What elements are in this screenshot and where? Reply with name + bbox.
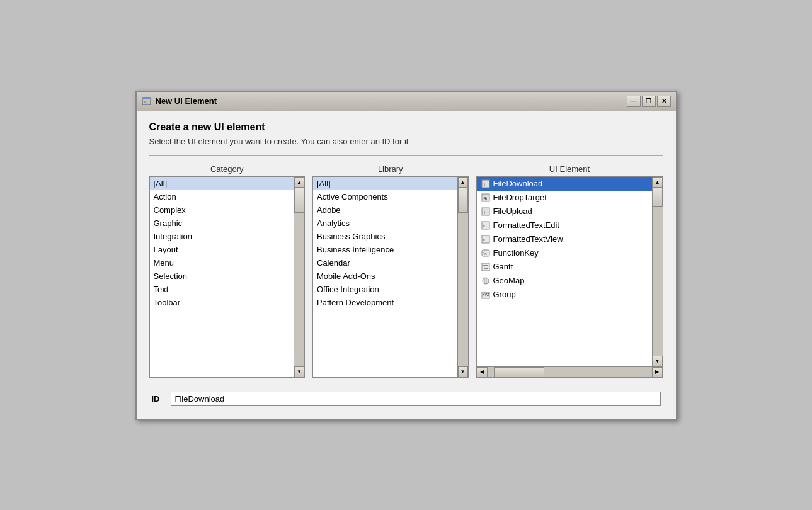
dialog-window: New UI Element — ❐ ✕ Create a new UI ele… [135,91,677,420]
ui-element-listbox-wrapper: ↓FileDownload⊕FileDropTarget↑FileUpload≡… [476,176,663,378]
list-item[interactable]: FnFunctionKey [477,246,652,260]
library-listbox[interactable]: [All]Active ComponentsAdobeAnalyticsBusi… [313,177,457,377]
list-item[interactable]: Menu [150,256,294,269]
list-item[interactable]: ⊕FileDropTarget [477,191,652,205]
ui-element-header: UI Element [476,164,663,174]
list-item[interactable]: Analytics [313,217,457,230]
svg-rect-17 [484,268,488,269]
list-item[interactable]: Active Components [313,190,457,203]
svg-text:↓: ↓ [483,182,486,188]
category-listbox-wrapper: [All]ActionComplexGraphicIntegrationLayo… [149,176,306,378]
category-scroll-up[interactable]: ▲ [294,177,304,188]
list-item[interactable]: Selection [150,269,294,283]
list-item[interactable]: [All] [313,177,457,190]
window-icon [142,96,152,106]
library-scrollbar[interactable]: ▲ ▼ [457,177,468,377]
item-icon: ≡ [481,220,491,230]
list-item[interactable]: Business Intelligence [313,243,457,256]
svg-text:⊕: ⊕ [483,196,488,201]
list-item[interactable]: ≡FormattedTextEdit [477,218,652,232]
library-scroll-up[interactable]: ▲ [458,177,468,188]
list-item[interactable]: ↑FileUpload [477,205,652,218]
svg-text:xyz: xyz [483,292,489,297]
category-scroll-area [294,188,304,366]
id-input[interactable] [171,392,661,406]
ui-element-scrollbar[interactable]: ▲ ▼ [652,177,663,366]
library-scroll-down[interactable]: ▼ [458,366,468,377]
ui-hscroll-area [488,367,652,377]
item-icon: ⊕ [481,193,491,203]
ui-scroll-area [653,188,663,356]
item-icon [481,262,491,272]
title-bar-left: New UI Element [142,96,217,106]
item-label: FunctionKey [493,248,539,258]
list-item[interactable]: ↓FileDownload [477,177,652,191]
ui-element-hscrollbar[interactable]: ◀ ▶ [477,366,663,377]
item-label: FormattedTextEdit [493,220,560,230]
category-scrollbar[interactable]: ▲ ▼ [294,177,304,377]
svg-rect-15 [482,263,489,271]
window-title: New UI Element [156,96,217,106]
list-item[interactable]: xyzGroup [477,288,652,302]
list-item[interactable]: Text [150,283,294,296]
item-label: FormattedTextView [493,234,563,244]
ui-hscroll-right[interactable]: ▶ [652,367,663,377]
item-label: Gantt [493,262,513,271]
list-item[interactable]: ≡FormattedTextView [477,232,652,246]
svg-rect-16 [483,265,488,266]
item-icon: ↓ [481,179,491,189]
library-scroll-area [458,188,468,366]
title-bar: New UI Element — ❐ ✕ [137,92,676,111]
list-item[interactable]: Graphic [150,217,294,230]
item-icon: ≡ [481,234,491,244]
ui-scroll-down[interactable]: ▼ [653,356,663,366]
list-item[interactable]: Gantt [477,260,652,274]
list-item[interactable]: Calendar [313,256,457,269]
list-item[interactable]: Mobile Add-Ons [313,269,457,283]
library-listbox-wrapper: [All]Active ComponentsAdobeAnalyticsBusi… [312,176,469,378]
ui-element-listbox[interactable]: ↓FileDownload⊕FileDropTarget↑FileUpload≡… [477,177,652,366]
list-item[interactable]: Layout [150,243,294,256]
category-scroll-thumb [294,188,304,213]
list-item[interactable]: Complex [150,203,294,217]
category-listbox[interactable]: [All]ActionComplexGraphicIntegrationLayo… [150,177,294,377]
library-header: Library [312,164,469,174]
item-icon: Fn [481,248,491,258]
ui-element-listbox-inner: ↓FileDownload⊕FileDropTarget↑FileUpload≡… [477,177,663,366]
close-button[interactable]: ✕ [657,96,671,107]
minimize-button[interactable]: — [627,96,641,107]
divider [149,155,663,156]
svg-rect-2 [144,101,146,103]
svg-text:Fn: Fn [482,252,486,256]
category-scroll-down[interactable]: ▼ [294,366,304,377]
item-label: FileDownload [493,179,543,188]
page-title: Create a new UI element [149,122,663,133]
ui-scroll-thumb [653,188,663,207]
page-subtitle: Select the UI element you want to create… [149,137,663,146]
title-buttons: — ❐ ✕ [627,96,671,107]
item-icon: xyz [481,290,491,300]
list-item[interactable]: Business Graphics [313,230,457,243]
dialog-content: Create a new UI element Select the UI el… [137,111,676,419]
list-item[interactable]: Integration [150,230,294,243]
list-item[interactable]: Office Integration [313,283,457,296]
list-item[interactable]: GeoMap [477,274,652,288]
category-column: Category [All]ActionComplexGraphicIntegr… [149,164,306,378]
ui-element-column: UI Element ↓FileDownload⊕FileDropTarget↑… [476,164,663,378]
ui-hscroll-thumb [494,367,544,377]
list-item[interactable]: Action [150,190,294,203]
restore-button[interactable]: ❐ [642,96,656,107]
svg-point-18 [483,278,489,284]
list-item[interactable]: Toolbar [150,296,294,309]
list-item[interactable]: Adobe [313,203,457,217]
list-item[interactable]: Pattern Development [313,296,457,309]
item-label: GeoMap [493,276,525,285]
svg-text:≡: ≡ [482,238,484,242]
item-label: Group [493,290,516,299]
ui-scroll-up[interactable]: ▲ [653,177,663,188]
list-item[interactable]: [All] [150,177,294,190]
svg-text:≡: ≡ [482,224,484,229]
ui-hscroll-left[interactable]: ◀ [477,367,488,377]
svg-rect-1 [142,98,151,99]
svg-text:↑: ↑ [483,210,486,215]
